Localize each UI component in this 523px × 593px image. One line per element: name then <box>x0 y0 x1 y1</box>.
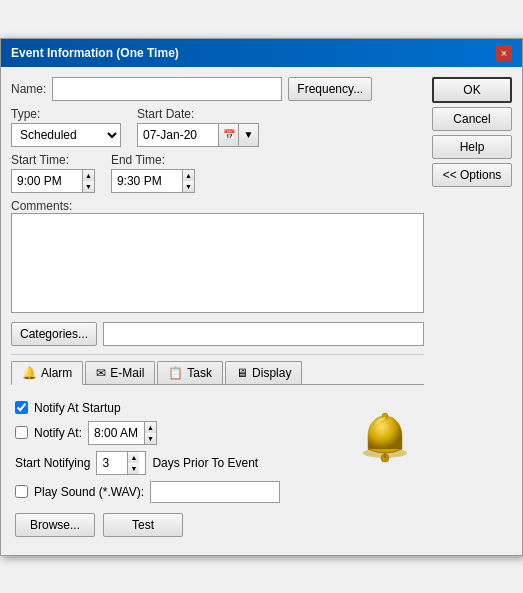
task-tab-label: Task <box>187 366 212 380</box>
dialog: Event Information (One Time) × Name: Fre… <box>0 38 523 556</box>
start-notifying-row: Start Notifying ▲ ▼ Days Prior To Event <box>15 451 340 475</box>
notify-at-time-wrapper: ▲ ▼ <box>88 421 157 445</box>
display-tab-label: Display <box>252 366 291 380</box>
end-time-input[interactable] <box>112 171 182 191</box>
calendar-icon[interactable]: 📅 <box>218 124 238 146</box>
end-time-group: End Time: ▲ ▼ <box>111 153 195 193</box>
tab-display[interactable]: 🖥 Display <box>225 361 302 384</box>
tab-task[interactable]: 📋 Task <box>157 361 223 384</box>
start-time-down[interactable]: ▼ <box>83 181 94 192</box>
comments-textarea[interactable] <box>11 213 424 313</box>
end-time-label: End Time: <box>111 153 195 167</box>
notify-at-label: Notify At: <box>34 426 82 440</box>
action-buttons: Browse... Test <box>15 511 340 537</box>
browse-button[interactable]: Browse... <box>15 513 95 537</box>
notify-at-time-input[interactable] <box>89 423 144 443</box>
test-button[interactable]: Test <box>103 513 183 537</box>
categories-button[interactable]: Categories... <box>11 322 97 346</box>
start-notifying-down[interactable]: ▼ <box>128 463 139 474</box>
options-button[interactable]: << Options <box>432 163 512 187</box>
alarm-panel-content: Notify At Startup Notify At: ▲ ▼ <box>11 393 424 545</box>
categories-row: Categories... <box>11 322 424 346</box>
notify-at-up[interactable]: ▲ <box>145 422 156 433</box>
start-time-group: Start Time: ▲ ▼ <box>11 153 95 193</box>
notify-at-row: Notify At: ▲ ▼ <box>15 421 340 445</box>
notify-startup-label: Notify At Startup <box>34 401 121 415</box>
play-sound-label: Play Sound (*.WAV): <box>34 485 144 499</box>
email-tab-label: E-Mail <box>110 366 144 380</box>
email-tab-icon: ✉ <box>96 366 106 380</box>
alarm-tab-icon: 🔔 <box>22 366 37 380</box>
end-time-spinner: ▲ ▼ <box>182 170 194 192</box>
name-row: Name: Frequency... <box>11 77 424 101</box>
name-input[interactable] <box>52 77 282 101</box>
tab-alarm[interactable]: 🔔 Alarm <box>11 361 83 385</box>
start-notifying-input[interactable] <box>97 453 127 473</box>
comments-area: Comments: <box>11 199 424 316</box>
type-select[interactable]: Scheduled <box>11 123 121 147</box>
tab-email[interactable]: ✉ E-Mail <box>85 361 155 384</box>
alarm-panel: Notify At Startup Notify At: ▲ ▼ <box>15 401 420 537</box>
task-tab-icon: 📋 <box>168 366 183 380</box>
start-notifying-spinner: ▲ ▼ <box>127 452 139 474</box>
start-date-group: Start Date: 📅 ▼ <box>137 107 259 147</box>
notify-startup-checkbox[interactable] <box>15 401 28 414</box>
dialog-title: Event Information (One Time) <box>11 46 179 60</box>
type-label: Type: <box>11 107 121 121</box>
sidebar-buttons: OK Cancel Help << Options <box>432 77 512 545</box>
notify-startup-row: Notify At Startup <box>15 401 340 415</box>
start-notifying-up[interactable]: ▲ <box>128 452 139 463</box>
notify-at-checkbox[interactable] <box>15 426 28 439</box>
alarm-right <box>350 401 420 537</box>
calendar-dropdown[interactable]: ▼ <box>238 124 258 146</box>
help-button[interactable]: Help <box>432 135 512 159</box>
start-date-input[interactable] <box>138 125 218 145</box>
start-time-input[interactable] <box>12 171 82 191</box>
start-time-wrapper: ▲ ▼ <box>11 169 95 193</box>
tabs-container: 🔔 Alarm ✉ E-Mail 📋 Task 🖥 Display <box>11 361 424 385</box>
start-date-wrapper: 📅 ▼ <box>137 123 259 147</box>
start-date-label: Start Date: <box>137 107 259 121</box>
close-button[interactable]: × <box>496 45 512 61</box>
start-notifying-label2: Days Prior To Event <box>152 456 258 470</box>
start-time-spinner: ▲ ▼ <box>82 170 94 192</box>
divider <box>11 354 424 355</box>
alarm-tab-label: Alarm <box>41 366 72 380</box>
bell-decoration-icon <box>360 411 410 466</box>
start-time-label: Start Time: <box>11 153 95 167</box>
main-content: Name: Frequency... Type: Scheduled Start… <box>11 77 424 545</box>
notify-at-spinner: ▲ ▼ <box>144 422 156 444</box>
cancel-button[interactable]: Cancel <box>432 107 512 131</box>
type-group: Type: Scheduled <box>11 107 121 147</box>
start-time-up[interactable]: ▲ <box>83 170 94 181</box>
start-notifying-wrapper: ▲ ▼ <box>96 451 146 475</box>
start-notifying-label1: Start Notifying <box>15 456 90 470</box>
time-row: Start Time: ▲ ▼ End Time: ▲ <box>11 153 424 193</box>
dialog-body: Name: Frequency... Type: Scheduled Start… <box>1 67 522 555</box>
display-tab-icon: 🖥 <box>236 366 248 380</box>
title-bar: Event Information (One Time) × <box>1 39 522 67</box>
end-time-up[interactable]: ▲ <box>183 170 194 181</box>
end-time-down[interactable]: ▼ <box>183 181 194 192</box>
play-sound-checkbox[interactable] <box>15 485 28 498</box>
categories-value <box>103 322 424 346</box>
notify-at-down[interactable]: ▼ <box>145 433 156 444</box>
frequency-button[interactable]: Frequency... <box>288 77 372 101</box>
comments-label: Comments: <box>11 199 72 213</box>
end-time-wrapper: ▲ ▼ <box>111 169 195 193</box>
alarm-left: Notify At Startup Notify At: ▲ ▼ <box>15 401 340 537</box>
type-date-row: Type: Scheduled Start Date: 📅 ▼ <box>11 107 424 147</box>
name-label: Name: <box>11 82 46 96</box>
play-sound-input[interactable] <box>150 481 280 503</box>
ok-button[interactable]: OK <box>432 77 512 103</box>
play-sound-row: Play Sound (*.WAV): <box>15 481 340 503</box>
